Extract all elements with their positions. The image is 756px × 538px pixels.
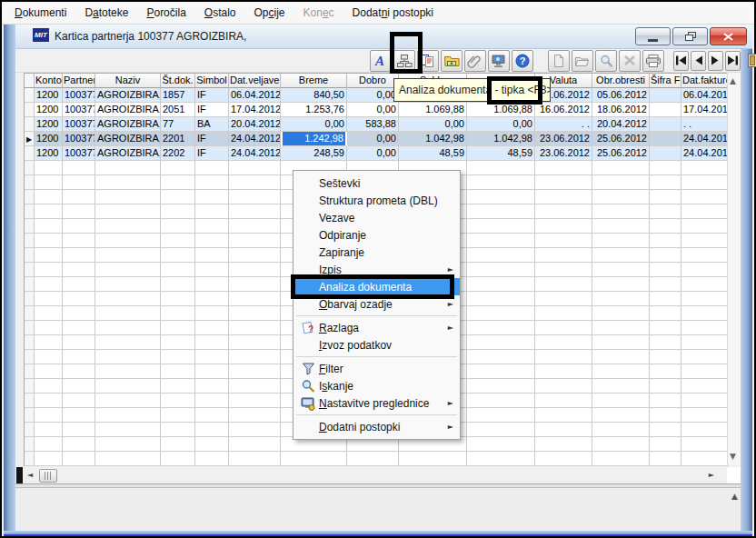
- menubar-item-konec[interactable]: Konec: [294, 4, 343, 22]
- table-cell[interactable]: 583,88: [347, 117, 399, 132]
- column-header-konto[interactable]: Konto: [35, 74, 63, 88]
- table-cell[interactable]: . .: [681, 117, 728, 132]
- table-cell[interactable]: 100377: [63, 88, 95, 103]
- help-button[interactable]: ?: [512, 50, 533, 72]
- table-cell[interactable]: 0,00: [347, 103, 399, 117]
- close-button[interactable]: [710, 27, 747, 45]
- table-cell[interactable]: 1857: [161, 88, 195, 103]
- table-cell[interactable]: AGROIZBIRA,: [95, 117, 161, 132]
- table-cell[interactable]: 48,59: [399, 146, 467, 161]
- table-cell[interactable]: 06.04.2012: [681, 88, 728, 103]
- nav-last-button[interactable]: [725, 51, 741, 71]
- table-cell[interactable]: 20.04.2012: [229, 117, 281, 132]
- splitter-handle[interactable]: [16, 467, 23, 483]
- table-cell[interactable]: 1.253,76: [281, 103, 347, 117]
- menu-item-se-tevki[interactable]: Seštevki: [293, 174, 460, 192]
- minimize-button[interactable]: [635, 27, 671, 45]
- table-cell[interactable]: 100377: [63, 103, 95, 117]
- table-cell[interactable]: 48,59: [467, 146, 535, 161]
- column-header-obrobresti[interactable]: Obr.obresti: [592, 74, 650, 88]
- copy-documents-button[interactable]: [417, 50, 439, 72]
- column-header-stdok[interactable]: Št.dok.: [161, 74, 195, 88]
- menu-item-obarvaj-ozadje[interactable]: Obarvaj ozadje►: [293, 295, 460, 313]
- table-cell[interactable]: 25.06.2012: [592, 146, 650, 161]
- table-cell[interactable]: 16.06.2012: [535, 103, 592, 117]
- table-cell[interactable]: 100377: [63, 117, 95, 132]
- table-cell[interactable]: 23.06.2012: [535, 132, 592, 146]
- table-cell[interactable]: 1.042,98: [399, 132, 467, 146]
- table-cell[interactable]: . .: [535, 117, 592, 132]
- table-cell[interactable]: AGROIZBIRA,: [95, 88, 161, 103]
- menu-item-iskanje[interactable]: Iskanje: [293, 377, 460, 394]
- document-structure-button[interactable]: [393, 50, 415, 72]
- new-document-button[interactable]: [548, 50, 570, 72]
- menu-item-analiza-dokumenta[interactable]: Analiza dokumenta: [293, 278, 460, 295]
- menubar-item-opcije[interactable]: Opcije: [245, 4, 294, 22]
- table-cell[interactable]: 1.242,98: [281, 132, 347, 146]
- monitor-button[interactable]: [488, 50, 510, 72]
- table-cell[interactable]: [650, 103, 681, 117]
- panel-scroll-up-icon[interactable]: ▲: [731, 492, 738, 501]
- table-cell[interactable]: 0,00: [281, 117, 347, 132]
- table-cell[interactable]: 1.069,88: [467, 103, 535, 117]
- column-header-simbol[interactable]: Simbol: [195, 74, 229, 88]
- table-cell[interactable]: [650, 146, 681, 161]
- menubar-item-dokumenti[interactable]: Dokumenti: [5, 4, 75, 22]
- table-cell[interactable]: 0,00: [467, 117, 535, 132]
- table-cell[interactable]: 2202: [161, 146, 195, 161]
- table-cell[interactable]: IF: [195, 103, 229, 117]
- table-row[interactable]: 1200100377AGROIZBIRA,1857IF06.04.2012840…: [25, 88, 728, 103]
- horizontal-scrollbar[interactable]: ◄ ►: [24, 467, 727, 483]
- table-cell[interactable]: [650, 132, 681, 146]
- table-cell[interactable]: BA: [195, 117, 229, 132]
- search-button[interactable]: [595, 50, 617, 72]
- table-cell[interactable]: 840,50: [281, 88, 347, 103]
- table-cell[interactable]: 77: [161, 117, 195, 132]
- nav-prev-button[interactable]: [691, 51, 706, 71]
- table-row[interactable]: 1200100377AGROIZBIRA,2202IF24.04.2012248…: [25, 146, 728, 161]
- column-header-datfakture[interactable]: Dat.fakture: [681, 74, 728, 88]
- table-cell[interactable]: AGROIZBIRA,: [95, 103, 161, 117]
- scroll-up-icon[interactable]: ▲: [730, 75, 736, 88]
- column-header-naziv[interactable]: Naziv: [95, 74, 161, 88]
- table-cell[interactable]: 1200: [35, 117, 63, 132]
- table-cell[interactable]: 1.042,98: [467, 132, 535, 146]
- menu-item-izpis[interactable]: Izpis►: [293, 261, 460, 278]
- scroll-left-icon[interactable]: ◄: [27, 471, 33, 479]
- table-cell[interactable]: 1200: [35, 103, 63, 117]
- table-cell[interactable]: IF: [195, 146, 229, 161]
- menu-item-nastavitve-preglednice[interactable]: Nastavitve preglednice►: [293, 394, 460, 412]
- table-cell[interactable]: 2201: [161, 132, 195, 146]
- column-header-breme[interactable]: Breme: [281, 74, 347, 88]
- column-header-sifrafl[interactable]: Šifra Fl: [650, 74, 681, 88]
- table-cell[interactable]: 17.04.2012: [681, 103, 728, 117]
- menu-item-zapiranje[interactable]: Zapiranje: [293, 244, 460, 261]
- table-row[interactable]: 1200100377AGROIZBIRA,77BA20.04.20120,005…: [25, 117, 728, 132]
- table-cell[interactable]: [650, 88, 681, 103]
- open-folder-button[interactable]: [572, 50, 593, 72]
- table-cell[interactable]: 24.04.2012: [681, 132, 728, 146]
- table-cell[interactable]: AGROIZBIRA,: [95, 146, 161, 161]
- column-header-partner[interactable]: Partner: [63, 74, 95, 88]
- scroll-down-icon[interactable]: ▼: [730, 450, 736, 463]
- scrollbar-thumb[interactable]: [39, 469, 57, 483]
- paperclip-button[interactable]: [464, 50, 486, 72]
- table-cell[interactable]: AGROIZBIRA,: [95, 132, 161, 146]
- table-cell[interactable]: IF: [195, 88, 229, 103]
- table-cell[interactable]: 24.04.2012: [681, 146, 728, 161]
- table-cell[interactable]: 05.06.2012: [592, 88, 650, 103]
- table-cell[interactable]: 0,00: [347, 88, 399, 103]
- table-row[interactable]: ▶1200100377AGROIZBIRA,2201IF24.04.20121.…: [25, 132, 728, 146]
- nav-first-button[interactable]: [673, 51, 689, 71]
- table-cell[interactable]: 0,00: [347, 146, 399, 161]
- table-cell[interactable]: 24.04.2012: [229, 146, 281, 161]
- nav-next-button[interactable]: [708, 51, 723, 71]
- table-cell[interactable]: [650, 117, 681, 132]
- table-cell[interactable]: 18.06.2012: [592, 103, 650, 117]
- table-cell[interactable]: 2051: [161, 103, 195, 117]
- menubar-item-datoteke[interactable]: Datoteke: [75, 4, 137, 22]
- exit-door-button[interactable]: [746, 50, 756, 72]
- table-cell[interactable]: 1200: [35, 146, 63, 161]
- table-cell[interactable]: 1.069,88: [399, 103, 467, 117]
- table-cell[interactable]: 0,00: [347, 132, 399, 146]
